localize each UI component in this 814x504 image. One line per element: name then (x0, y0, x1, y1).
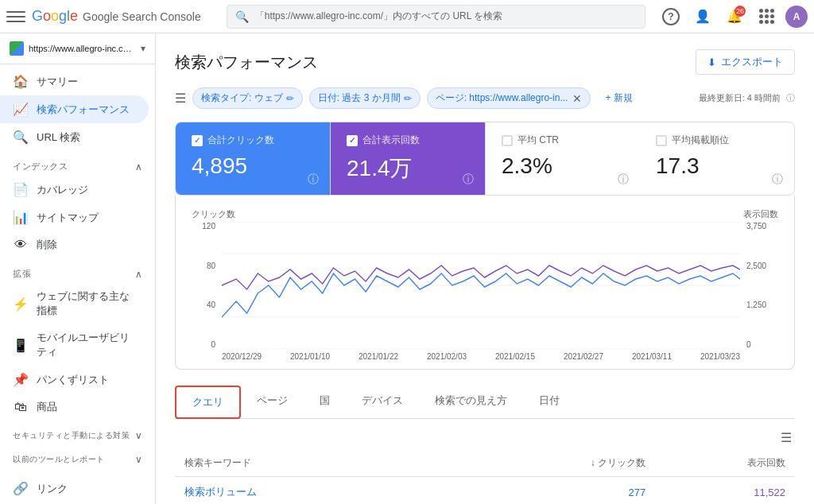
info-icon-clicks: ⓘ (308, 173, 319, 187)
menu-icon[interactable] (6, 7, 25, 26)
notification-button[interactable]: 🔔 26 (722, 4, 747, 29)
sidebar-item-search-performance[interactable]: 📈 検索パフォーマンス (0, 95, 149, 123)
sidebar-item-summary[interactable]: 🏠 サマリー (0, 68, 149, 95)
metric-label-impressions: 合計表示回数 (362, 134, 420, 147)
section-security-label: セキュリティと手動による対策 (13, 430, 130, 441)
add-filter-button[interactable]: + 新規 (597, 88, 640, 108)
chart-y-label-left: クリック数 (192, 208, 235, 220)
account-button[interactable]: 👤 (690, 4, 715, 29)
sidebar-item-label: カバレッジ (37, 183, 88, 197)
tab-country[interactable]: 国 (304, 386, 346, 419)
col-impressions: 表示回数 (655, 450, 795, 477)
y-zero-left: 0 (192, 340, 215, 349)
apps-button[interactable] (754, 4, 779, 29)
metric-checkbox-clicks[interactable] (192, 135, 203, 146)
table-row: 検索ボリューム 277 11,522 (175, 477, 795, 505)
x-label-4: 2021/02/15 (495, 352, 535, 361)
info-icon-ctr: ⓘ (618, 173, 629, 187)
header-icons: ? 👤 🔔 26 A (658, 4, 808, 29)
x-label-1: 2021/01/10 (290, 352, 330, 361)
sidebar-item-label: パンくずリスト (37, 373, 109, 387)
section-legacy-label: 以前のツールとレポート (13, 454, 105, 465)
edit-icon2: ✏ (404, 93, 412, 104)
home-icon: 🏠 (13, 74, 29, 89)
x-label-5: 2021/02/27 (564, 352, 603, 361)
metric-checkbox-ctr[interactable] (502, 135, 513, 146)
cell-keyword-0[interactable]: 検索ボリューム (175, 477, 474, 505)
metric-checkbox-position[interactable] (656, 135, 667, 146)
filter-label: 日付: 過去 3 か月間 (318, 91, 401, 105)
google-logo: Google (32, 8, 78, 25)
chart-svg (222, 222, 740, 349)
y-max-left: 120 (192, 222, 215, 231)
metric-label-position: 平均掲載順位 (672, 134, 729, 147)
section-legacy-header: 以前のツールとレポート ∨ (0, 444, 155, 468)
sidebar-item-mobile[interactable]: 📱 モバイルユーザビリティ (0, 324, 149, 366)
search-icon: 🔍 (235, 10, 249, 23)
sidebar-item-coverage[interactable]: 📄 カバレッジ (0, 176, 149, 204)
x-label-7: 2021/03/23 (700, 352, 740, 361)
filter-chip-search-type[interactable]: 検索タイプ: ウェブ ✏ (192, 87, 303, 109)
metric-card-clicks[interactable]: 合計クリック数 4,895 ⓘ (176, 122, 331, 195)
col-clicks[interactable]: ↓ クリック数 (474, 450, 655, 477)
top-header: Google Google Search Console 🔍 「https://… (0, 0, 814, 33)
download-icon: ⬇ (707, 56, 716, 68)
y-max-right: 3,750 (746, 222, 778, 231)
metric-value-ctr: 2.3% (502, 153, 624, 179)
table-filter-icon[interactable]: ☰ (781, 430, 792, 445)
tab-query[interactable]: クエリ (175, 386, 241, 419)
apps-icon (759, 9, 774, 24)
data-table: 検索キーワード ↓ クリック数 表示回数 検索ボリューム (175, 450, 795, 504)
section-index-label: インデックス (13, 161, 68, 173)
filter-chip-date[interactable]: 日付: 過去 3 か月間 ✏ (309, 87, 421, 109)
metric-card-impressions[interactable]: 合計表示回数 21.4万 ⓘ (331, 122, 486, 195)
sort-down-icon: ↓ (591, 457, 598, 468)
x-label-6: 2021/03/11 (632, 352, 672, 361)
sidebar-item-removals[interactable]: 👁 削除 (0, 231, 149, 258)
cell-clicks-0: 277 (474, 477, 655, 505)
sidebar-item-breadcrumbs[interactable]: 📌 パンくずリスト (0, 366, 149, 394)
avatar[interactable]: A (785, 6, 808, 28)
info-icon-position: ⓘ (772, 173, 783, 187)
metric-card-position[interactable]: 平均掲載順位 17.3 ⓘ (640, 122, 794, 195)
product-icon: 🛍 (13, 400, 29, 414)
property-selector[interactable]: https://www.allegro-inc.com/ ▾ (0, 33, 155, 64)
chevron-up-icon2: ∧ (135, 269, 143, 280)
tabs-bar: クエリ ページ 国 デバイス 検索での見え方 日付 (175, 386, 795, 419)
help-button[interactable]: ? (658, 4, 684, 29)
sidebar-item-label: 商品 (37, 400, 57, 414)
sidebar: https://www.allegro-inc.com/ ▾ 🏠 サマリー 📈 … (0, 33, 156, 504)
chart-area: クリック数 表示回数 120 80 40 0 (175, 196, 795, 370)
sidebar-item-sitemaps[interactable]: 📊 サイトマップ (0, 204, 149, 231)
sidebar-item-products[interactable]: 🛍 商品 (0, 394, 149, 421)
trending-icon: 📈 (13, 102, 29, 117)
edit-icon: ✏ (286, 93, 294, 104)
metric-label-clicks: 合計クリック数 (207, 134, 274, 147)
section-index-header: インデックス ∧ (0, 151, 155, 176)
breadcrumb-icon: 📌 (13, 372, 29, 387)
sidebar-item-url-inspection[interactable]: 🔍 URL 検索 (0, 123, 149, 151)
sidebar-item-label: サイトマップ (37, 211, 99, 225)
sidebar-item-links[interactable]: 🔗 リンク (0, 475, 149, 502)
export-button[interactable]: ⬇ エクスポート (696, 49, 795, 75)
filter-chip-page[interactable]: ページ: https://www.allegro-in... ✕ (427, 87, 591, 109)
search-bar[interactable]: 🔍 「https://www.allegro-inc.com/」内のすべての U… (227, 5, 645, 29)
page-title: 検索パフォーマンス (175, 52, 318, 73)
sidebar-item-web-vitals[interactable]: ⚡ ウェブに関する主な指標 (0, 283, 149, 324)
tab-date[interactable]: 日付 (523, 386, 576, 419)
chevron-down-icon2: ∨ (135, 454, 143, 465)
tab-search-appearance[interactable]: 検索での見え方 (419, 386, 523, 419)
chart-y-label-right: 表示回数 (743, 208, 778, 220)
metric-checkbox-impressions[interactable] (347, 135, 358, 146)
page-header: 検索パフォーマンス ⬇ エクスポート (175, 49, 795, 75)
magnify-icon: 🔍 (13, 130, 29, 145)
close-icon[interactable]: ✕ (572, 92, 582, 105)
filter-label: 検索タイプ: ウェブ (201, 91, 283, 105)
vitals-icon: ⚡ (13, 297, 29, 312)
person-icon: 👤 (695, 9, 711, 24)
tab-page[interactable]: ページ (241, 386, 304, 419)
tab-device[interactable]: デバイス (346, 386, 419, 419)
search-placeholder: 「https://www.allegro-inc.com/」内のすべての URL… (255, 10, 503, 23)
filter-bar: ☰ 検索タイプ: ウェブ ✏ 日付: 過去 3 か月間 ✏ ページ: https… (175, 87, 795, 109)
metric-card-ctr[interactable]: 平均 CTR 2.3% ⓘ (486, 122, 640, 195)
